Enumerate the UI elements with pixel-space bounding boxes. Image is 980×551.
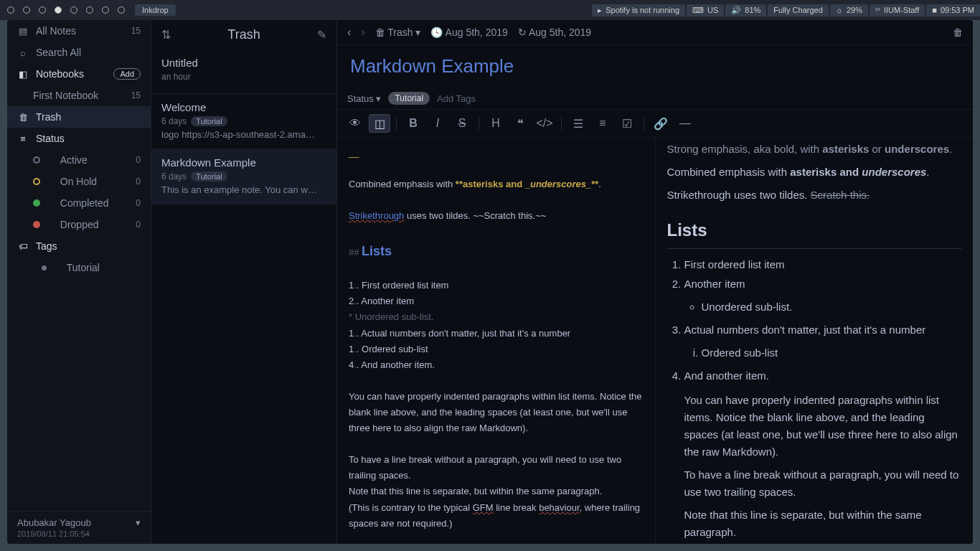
ul-button[interactable]: ☰ <box>567 114 589 133</box>
search-icon: ⌕ <box>17 47 29 58</box>
hr-button[interactable]: — <box>674 114 696 133</box>
book-icon: ◧ <box>17 68 29 80</box>
nav-forward-button[interactable]: › <box>361 26 364 39</box>
system-taskbar: Inkdrop ▸ Spotify is not running ⌨ US 🔊 … <box>0 0 980 20</box>
sidebar-status-dropped[interactable]: Dropped0 <box>7 214 151 235</box>
sidebar-status-completed[interactable]: Completed0 <box>7 192 151 214</box>
quote-button[interactable]: ❝ <box>509 114 531 133</box>
note-title-input[interactable]: Markdown Example <box>337 45 973 88</box>
tag-icon: 🏷 <box>17 240 29 252</box>
taskbar-brightness[interactable]: ☼ 29% <box>830 4 868 17</box>
preview-mode-button[interactable]: 👁 <box>344 114 366 133</box>
sidebar-search[interactable]: ⌕Search All <box>7 42 151 63</box>
sidebar-status-active[interactable]: Active0 <box>7 149 151 171</box>
split-mode-button[interactable]: ◫ <box>369 114 390 133</box>
sidebar: ▤All Notes15 ⌕Search All ◧NotebooksAdd F… <box>7 20 151 544</box>
status-dropdown[interactable]: Status ▾ <box>347 93 381 104</box>
note-item[interactable]: Welcome 6 daysTutorial logo https://s3-a… <box>151 94 336 149</box>
taskbar-app[interactable]: Inkdrop <box>135 4 176 16</box>
sort-icon[interactable]: ⇅ <box>161 28 171 42</box>
add-tags-input[interactable]: Add Tags <box>437 93 476 104</box>
trash-icon: 🗑 <box>17 111 29 123</box>
taskbar-battery[interactable]: Fully Charged <box>768 4 828 17</box>
sidebar-user[interactable]: Abubakar Yagoub▾ 2019/08/11 21:05:54 <box>7 511 151 544</box>
code-button[interactable]: </> <box>534 114 555 133</box>
editor-topbar: ‹ › 🗑 Trash ▾ 🕓 Aug 5th, 2019 ↻ Aug 5th,… <box>337 20 973 45</box>
note-list: ⇅ Trash ✎ Untitled an hour Welcome 6 day… <box>151 20 337 544</box>
sidebar-all-notes[interactable]: ▤All Notes15 <box>7 20 151 42</box>
workspace-dots[interactable] <box>7 6 125 14</box>
status-icon: ≡ <box>17 133 29 144</box>
checklist-button[interactable]: ☑ <box>616 114 638 133</box>
taskbar-wifi[interactable]: ⌔ IIUM-Staff <box>870 4 925 17</box>
bold-button[interactable]: B <box>402 114 424 133</box>
sidebar-first-notebook[interactable]: First Notebook15 <box>7 85 151 106</box>
sidebar-trash[interactable]: 🗑Trash <box>7 106 151 128</box>
tag-chip[interactable]: Tutorial <box>388 92 430 105</box>
compose-icon[interactable]: ✎ <box>317 28 326 42</box>
markdown-preview: Strong emphasis, aka bold, with asterisk… <box>656 138 974 544</box>
strike-button[interactable]: S <box>451 114 473 133</box>
taskbar-volume[interactable]: 🔊 81% <box>725 4 766 17</box>
ol-button[interactable]: ≡ <box>592 114 613 133</box>
breadcrumb[interactable]: 🗑 Trash ▾ <box>375 27 421 38</box>
trash-icon: 🗑 <box>375 27 385 38</box>
created-date: 🕓 Aug 5th, 2019 <box>430 27 507 38</box>
sidebar-notebooks[interactable]: ◧NotebooksAdd <box>7 63 151 85</box>
nav-back-button[interactable]: ‹ <box>347 26 351 39</box>
note-item[interactable]: Markdown Example 6 daysTutorial This is … <box>151 149 336 204</box>
markdown-source[interactable]: __ Combined emphasis with **asterisks an… <box>337 138 656 544</box>
sidebar-status[interactable]: ≡Status <box>7 128 151 149</box>
italic-button[interactable]: I <box>427 114 448 133</box>
sidebar-status-hold[interactable]: On Hold0 <box>7 171 151 192</box>
link-button[interactable]: 🔗 <box>650 114 672 133</box>
sidebar-tag-tutorial[interactable]: Tutorial <box>7 257 151 278</box>
taskbar-spotify[interactable]: ▸ Spotify is not running <box>592 4 685 17</box>
sync-timestamp: 2019/08/11 21:05:54 <box>17 529 141 538</box>
app-window: ▤All Notes15 ⌕Search All ◧NotebooksAdd F… <box>7 20 973 544</box>
add-notebook-button[interactable]: Add <box>113 68 141 80</box>
sidebar-tags[interactable]: 🏷Tags <box>7 235 151 257</box>
editor-pane: ‹ › 🗑 Trash ▾ 🕓 Aug 5th, 2019 ↻ Aug 5th,… <box>337 20 973 544</box>
updated-date: ↻ Aug 5th, 2019 <box>518 27 591 38</box>
delete-button[interactable]: 🗑 <box>953 27 963 38</box>
editor-toolbar: 👁 ◫ B I S H ❝ </> ☰ ≡ ☑ 🔗 — <box>337 110 973 138</box>
taskbar-lang[interactable]: ⌨ US <box>687 4 724 17</box>
notelist-title: Trash <box>171 27 317 42</box>
note-icon: ▤ <box>17 25 29 37</box>
chevron-down-icon: ▾ <box>136 517 141 528</box>
note-item[interactable]: Untitled an hour <box>151 50 336 94</box>
taskbar-clock[interactable]: ■ 09:53 PM <box>926 4 980 17</box>
heading-button[interactable]: H <box>485 114 507 133</box>
